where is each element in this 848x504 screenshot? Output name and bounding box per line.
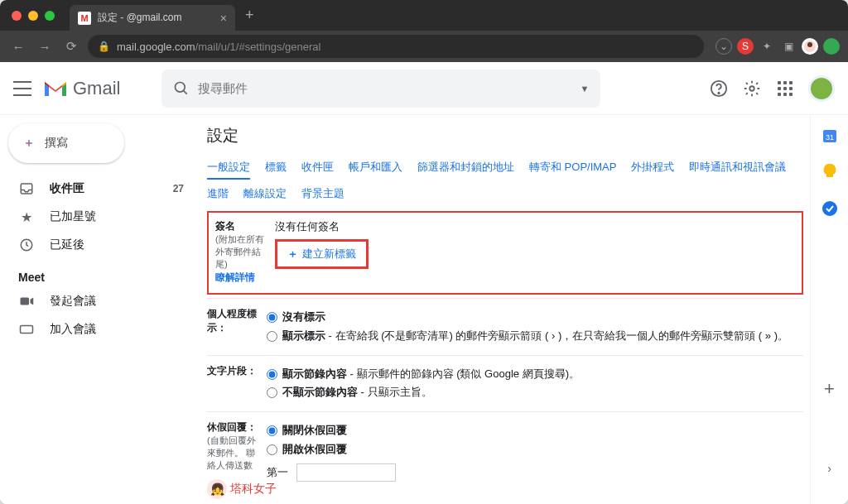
learn-more-link[interactable]: 瞭解詳情	[215, 271, 255, 283]
indicator-opt-none[interactable]	[267, 312, 277, 323]
search-box[interactable]: ▼	[161, 70, 600, 108]
settings-gear-icon[interactable]	[742, 79, 762, 98]
clock-icon	[18, 238, 35, 252]
meet-header: Meet	[0, 259, 199, 287]
back-button[interactable]: ←	[8, 36, 28, 56]
calendar-icon[interactable]: 31	[821, 127, 839, 145]
traffic-lights	[12, 11, 55, 21]
gmail-m-icon	[43, 79, 68, 98]
ext-icon-green[interactable]	[823, 38, 840, 55]
snippet-opt-hide[interactable]	[267, 387, 277, 398]
gmail-logo[interactable]: Gmail	[43, 78, 120, 99]
ext-icon-s[interactable]: S	[737, 38, 754, 55]
browser-tab[interactable]: M 設定 - @gmail.com ×	[70, 5, 235, 31]
star-icon: ★	[18, 209, 35, 225]
svg-point-2	[176, 82, 186, 92]
gmail-topbar: Gmail ▼	[0, 62, 848, 115]
sidebar-item-starred[interactable]: ★ 已加星號	[0, 203, 199, 231]
svg-rect-10	[21, 326, 33, 334]
keyboard-icon	[18, 324, 35, 335]
plus-icon: ＋	[23, 136, 35, 151]
reload-button[interactable]: ⟳	[61, 36, 81, 56]
add-addon-icon[interactable]: +	[821, 380, 839, 398]
menu-icon[interactable]	[13, 81, 31, 96]
close-window[interactable]	[12, 11, 22, 21]
vacation-first-day-input[interactable]	[296, 463, 396, 482]
side-panel: 31 + ›	[810, 115, 848, 504]
tab-labels[interactable]: 標籤	[265, 160, 287, 180]
lock-icon: 🔒	[98, 41, 110, 52]
svg-rect-9	[21, 298, 30, 305]
cast-icon[interactable]: ▣	[780, 38, 797, 55]
snippet-label: 文字片段：	[207, 364, 267, 404]
personal-indicator-section: 個人程度標 示： 沒有標示 顯示標示 - 在寄給我 (不是郵寄清單) 的郵件旁顯…	[207, 298, 803, 355]
inbox-count: 27	[173, 183, 184, 194]
new-meeting-label: 發起會議	[50, 294, 96, 309]
svg-point-1	[807, 42, 812, 47]
vacation-label: 休假回覆： (自動回覆外 來郵件。 聯 絡人傳送數	[207, 420, 267, 482]
pocket-icon[interactable]: ⌄	[716, 38, 732, 55]
settings-main: 設定 一般設定 標籤 收件匣 帳戶和匯入 篩選器和封鎖的地址 轉寄和 POP/I…	[199, 115, 810, 504]
vacation-opt-on[interactable]	[267, 444, 277, 455]
tab-forwarding[interactable]: 轉寄和 POP/IMAP	[529, 160, 616, 180]
sidebar-item-join-meeting[interactable]: 加入會議	[0, 315, 199, 343]
tab-chat[interactable]: 即時通訊和視訊會議	[689, 160, 786, 180]
vacation-opt-off[interactable]	[267, 425, 277, 436]
forward-button[interactable]: →	[35, 36, 55, 56]
svg-line-3	[184, 90, 187, 94]
tab-filters[interactable]: 篩選器和封鎖的地址	[417, 160, 514, 180]
snippet-opt-show[interactable]	[267, 369, 277, 380]
search-input[interactable]	[198, 81, 580, 95]
svg-point-6	[749, 86, 754, 91]
compose-button[interactable]: ＋ 撰寫	[8, 123, 124, 163]
support-icon[interactable]	[709, 79, 729, 98]
gmail-favicon: M	[78, 12, 91, 25]
tab-addons[interactable]: 外掛程式	[631, 160, 674, 180]
tab-inbox[interactable]: 收件匣	[301, 160, 334, 180]
svg-point-5	[718, 92, 719, 93]
create-new-label-button[interactable]: ＋ 建立新標籤	[275, 239, 369, 269]
url-field[interactable]: 🔒 mail.google.com /mail/u/1/#settings/ge…	[88, 35, 704, 58]
tab-general[interactable]: 一般設定	[207, 160, 250, 180]
extensions-icon[interactable]: ✦	[759, 38, 775, 55]
join-meeting-label: 加入會議	[50, 322, 96, 337]
tasks-icon[interactable]	[821, 199, 839, 218]
settings-tabs: 一般設定 標籤 收件匣 帳戶和匯入 篩選器和封鎖的地址 轉寄和 POP/IMAP…	[207, 160, 803, 180]
url-path: /mail/u/1/#settings/general	[195, 41, 321, 53]
svg-text:31: 31	[825, 133, 833, 142]
tab-themes[interactable]: 背景主題	[301, 186, 344, 201]
collapse-panel-icon[interactable]: ›	[821, 459, 839, 478]
new-tab-button[interactable]: +	[245, 7, 254, 24]
url-host: mail.google.com	[117, 41, 195, 53]
snippet-section: 文字片段： 顯示節錄內容 - 顯示郵件的節錄內容 (類似 Google 網頁搜尋…	[207, 355, 803, 412]
close-tab-icon[interactable]: ×	[210, 12, 227, 25]
video-icon	[18, 295, 35, 307]
tab-title: 設定 - @gmail.com	[98, 11, 182, 25]
watermark: 👧 塔科女子	[207, 479, 277, 499]
gmail-brand-text: Gmail	[73, 78, 120, 99]
inbox-label: 收件匣	[50, 181, 84, 196]
search-options-icon[interactable]: ▼	[581, 84, 590, 94]
inbox-icon	[18, 181, 35, 196]
apps-grid-icon[interactable]	[775, 79, 795, 98]
minimize-window[interactable]	[28, 11, 38, 21]
settings-tabs-row2: 進階 離線設定 背景主題	[207, 186, 803, 201]
extension-row: ⌄ S ✦ ▣	[716, 38, 840, 55]
page-title: 設定	[207, 125, 803, 146]
sidebar-item-new-meeting[interactable]: 發起會議	[0, 287, 199, 315]
sidebar-item-inbox[interactable]: 收件匣 27	[0, 175, 199, 203]
profile-icon[interactable]	[802, 38, 818, 55]
search-icon	[173, 80, 190, 97]
maximize-window[interactable]	[45, 11, 55, 21]
sidebar-item-snoozed[interactable]: 已延後	[0, 231, 199, 259]
signature-label: 簽名 (附加在所有 外寄郵件結 尾) 瞭解詳情	[215, 219, 275, 285]
tab-accounts[interactable]: 帳戶和匯入	[349, 160, 402, 180]
window-titlebar: M 設定 - @gmail.com × +	[0, 0, 848, 31]
indicator-opt-show[interactable]	[267, 331, 277, 342]
tab-advanced[interactable]: 進階	[207, 186, 229, 201]
plus-icon: ＋	[287, 247, 298, 262]
account-avatar[interactable]	[808, 75, 835, 102]
keep-icon[interactable]	[821, 163, 839, 181]
signature-section: 簽名 (附加在所有 外寄郵件結 尾) 瞭解詳情 沒有任何簽名 ＋ 建立新標籤	[207, 211, 803, 295]
tab-offline[interactable]: 離線設定	[243, 186, 287, 201]
